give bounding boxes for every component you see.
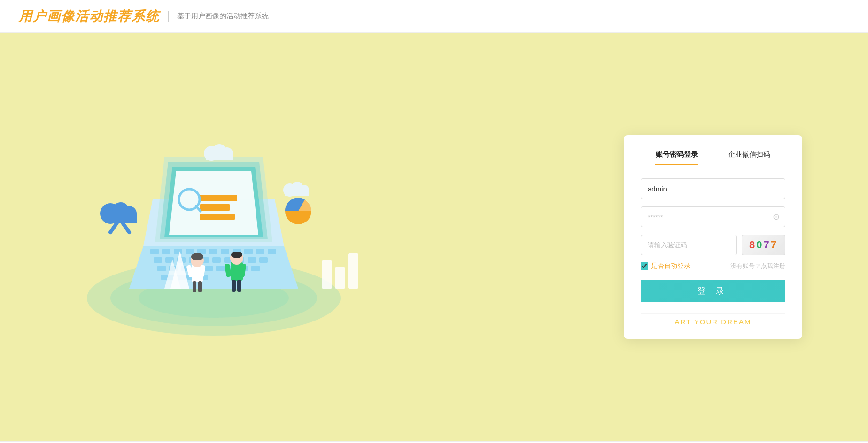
- login-card: 账号密码登录 企业微信扫码 ⊙ 8077 是否自动登录: [624, 135, 802, 339]
- svg-rect-48: [105, 214, 137, 223]
- username-input[interactable]: [641, 178, 785, 199]
- tab-password-login[interactable]: 账号密码登录: [641, 150, 713, 165]
- svg-rect-30: [204, 266, 213, 271]
- svg-rect-42: [200, 214, 235, 220]
- svg-rect-8: [186, 249, 194, 254]
- svg-line-50: [123, 223, 129, 232]
- svg-rect-76: [237, 280, 241, 292]
- svg-point-74: [231, 252, 242, 258]
- site-title-cn: 用户画像活动推荐系统: [19, 8, 160, 25]
- svg-rect-75: [232, 280, 236, 292]
- captcha-row: 8077: [641, 235, 785, 255]
- svg-rect-58: [285, 190, 309, 196]
- captcha-image[interactable]: 8077: [742, 235, 785, 255]
- illustration-area: [38, 115, 390, 359]
- username-group: [641, 178, 785, 199]
- header-divider: [168, 11, 169, 22]
- svg-rect-10: [209, 249, 217, 254]
- svg-rect-7: [174, 249, 182, 254]
- svg-rect-11: [221, 249, 229, 254]
- svg-rect-68: [193, 281, 196, 292]
- svg-rect-14: [256, 249, 264, 254]
- auto-login-checkbox[interactable]: [641, 262, 648, 270]
- captcha-text: 8077: [749, 239, 778, 251]
- password-input[interactable]: [641, 206, 785, 227]
- svg-rect-31: [216, 266, 225, 271]
- register-link[interactable]: 没有账号？点我注册: [730, 262, 785, 270]
- svg-rect-16: [154, 257, 162, 263]
- login-button[interactable]: 登 录: [641, 280, 785, 302]
- footer: 帮助 | 隐私 | 条款 Copyright © 2020 - 至今 XXX 版…: [0, 441, 868, 443]
- auto-login-label: 是否自动登录: [651, 262, 690, 270]
- password-group: ⊙: [641, 206, 785, 227]
- svg-rect-24: [248, 257, 256, 263]
- svg-marker-39: [169, 171, 258, 235]
- svg-point-67: [191, 253, 203, 260]
- svg-rect-54: [206, 153, 233, 160]
- svg-rect-21: [212, 257, 221, 263]
- svg-line-49: [110, 223, 117, 232]
- auto-login-row: 是否自动登录 没有账号？点我注册: [641, 262, 785, 270]
- svg-rect-64: [348, 253, 358, 289]
- svg-rect-34: [251, 266, 260, 271]
- svg-rect-15: [268, 249, 276, 254]
- svg-rect-6: [162, 249, 170, 254]
- captcha-input[interactable]: [641, 235, 737, 255]
- header: 用户画像活动推荐系统 基于用户画像的活动推荐系统: [0, 0, 868, 33]
- auto-login-left: 是否自动登录: [641, 262, 690, 270]
- illustration-svg: [68, 115, 359, 359]
- svg-rect-5: [150, 249, 159, 254]
- svg-rect-26: [157, 266, 166, 271]
- svg-rect-13: [244, 249, 253, 254]
- svg-rect-63: [335, 267, 345, 289]
- svg-rect-69: [198, 281, 202, 292]
- svg-rect-25: [259, 257, 268, 263]
- password-eye-icon[interactable]: ⊙: [773, 212, 780, 222]
- site-subtitle: 基于用户画像的活动推荐系统: [177, 12, 269, 21]
- tab-wechat-qr[interactable]: 企业微信扫码: [713, 150, 785, 165]
- svg-rect-40: [200, 195, 237, 201]
- login-tabs: 账号密码登录 企业微信扫码: [641, 150, 785, 165]
- svg-rect-62: [322, 260, 332, 289]
- main-content: 账号密码登录 企业微信扫码 ⊙ 8077 是否自动登录: [0, 33, 868, 441]
- svg-rect-41: [200, 204, 230, 211]
- art-dream-text: ART YOUR DREAM: [641, 313, 785, 326]
